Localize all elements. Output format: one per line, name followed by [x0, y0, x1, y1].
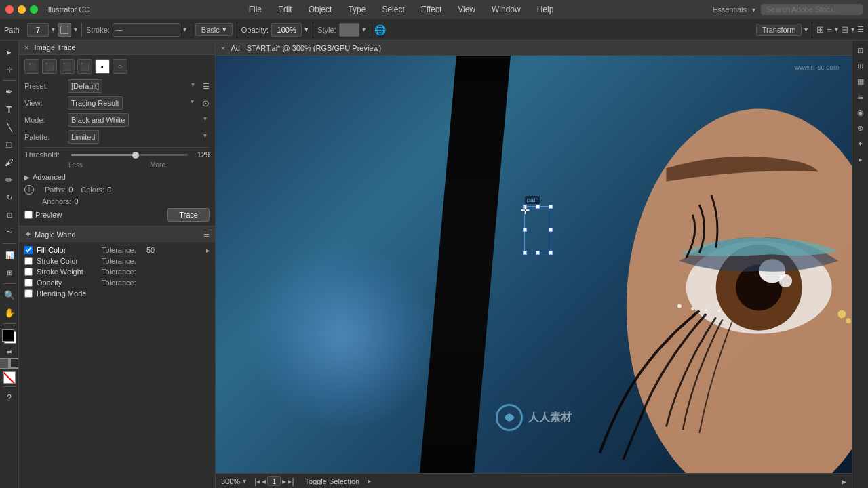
direct-selection-tool[interactable]: ⊹	[1, 61, 18, 77]
trace-grayscale-icon[interactable]: ⬛	[77, 59, 92, 74]
essentials-chevron-icon[interactable]: ▾	[752, 6, 755, 14]
view-select[interactable]: Tracing Result	[68, 96, 123, 110]
maximize-window-button[interactable]	[30, 5, 38, 14]
menu-object[interactable]: Object	[309, 5, 332, 14]
artboard-tool[interactable]: ⊞	[1, 264, 18, 281]
page-number[interactable]: 1	[267, 476, 281, 486]
preview-checkbox[interactable]	[24, 211, 33, 219]
question-mark-tool[interactable]: ?	[1, 390, 18, 406]
play-icon[interactable]: ▸	[368, 476, 372, 485]
minimize-window-button[interactable]	[18, 5, 26, 14]
close-window-button[interactable]	[5, 5, 14, 14]
trace-bw-icon[interactable]: ▪	[95, 59, 110, 74]
grid-view-icon[interactable]: ⊞	[816, 24, 824, 35]
menu-window[interactable]: Window	[492, 5, 521, 14]
trace-low-color-icon[interactable]: ⬛	[60, 59, 75, 74]
swap-colors-icon[interactable]: ⇄	[7, 348, 12, 355]
mode-select[interactable]: Black and White	[68, 113, 129, 127]
zoom-arrow-icon[interactable]: ▾	[243, 477, 246, 485]
fill-tolerance-arrow-icon[interactable]: ▸	[206, 247, 210, 254]
rect-tool[interactable]: □	[1, 136, 18, 152]
line-tool[interactable]: ╲	[1, 119, 18, 135]
menu-type[interactable]: Type	[348, 5, 366, 14]
info-icon[interactable]: i	[24, 185, 34, 195]
list-view-icon[interactable]: ≡	[827, 24, 832, 35]
opacity-input[interactable]	[271, 23, 302, 37]
style-swatch[interactable]	[339, 23, 359, 37]
magic-wand-menu-icon[interactable]: ☰	[203, 230, 210, 238]
threshold-slider-handle[interactable]	[132, 152, 139, 159]
right-panel-7-icon[interactable]: ✦	[854, 137, 867, 150]
fill-icon[interactable]	[0, 358, 9, 369]
nav-start-icon[interactable]: |◂	[254, 476, 260, 486]
right-panel-8-icon[interactable]: ▸	[854, 152, 867, 166]
advanced-row[interactable]: ▶ Advanced	[24, 173, 210, 181]
nav-next-icon[interactable]: ▸	[282, 476, 286, 486]
menu-edit[interactable]: Edit	[278, 5, 292, 14]
fill-color-checkbox[interactable]	[24, 246, 33, 254]
type-tool[interactable]: T	[1, 101, 18, 117]
rotate-tool[interactable]: ↻	[1, 189, 18, 205]
transform-button[interactable]: Transform	[756, 24, 802, 36]
blending-mode-checkbox[interactable]	[24, 289, 33, 298]
palette-select[interactable]: Limited	[68, 130, 99, 144]
right-panel-4-icon[interactable]: ≋	[854, 90, 867, 104]
column-graph-tool[interactable]: 📊	[1, 247, 18, 263]
stroke-color-swatch[interactable]	[58, 23, 71, 37]
arrange-arrow-icon[interactable]: ▾	[851, 26, 854, 33]
stroke-icon[interactable]	[9, 358, 19, 369]
path-arrow-icon[interactable]: ▾	[52, 26, 55, 33]
right-panel-6-icon[interactable]: ⊛	[854, 121, 867, 135]
search-input[interactable]	[761, 4, 863, 15]
right-panel-2-icon[interactable]: ⊞	[854, 59, 867, 73]
stroke-weight-checkbox[interactable]	[24, 268, 33, 276]
threshold-slider[interactable]	[71, 154, 188, 156]
right-panel-3-icon[interactable]: ▦	[854, 75, 867, 88]
trace-button[interactable]: Trace	[167, 208, 210, 222]
image-trace-close-icon[interactable]: ×	[24, 43, 28, 52]
fg-color-swatch[interactable]	[2, 329, 14, 342]
trace-auto-color-icon[interactable]: ⬛	[24, 59, 39, 74]
menu-icon[interactable]: ☰	[857, 25, 864, 34]
warp-tool[interactable]: 〜	[1, 224, 18, 241]
stroke-type-arrow[interactable]: ▾	[183, 26, 186, 33]
path-num[interactable]: 7	[27, 23, 49, 37]
menu-view[interactable]: View	[458, 5, 475, 14]
trace-outline-icon[interactable]: ○	[113, 59, 127, 74]
image-trace-header[interactable]: × Image Trace	[19, 41, 215, 55]
selection-tool[interactable]: ▸	[1, 43, 18, 60]
menu-select[interactable]: Select	[382, 5, 404, 14]
magic-wand-header[interactable]: ✦ Magic Wand ☰	[19, 226, 215, 242]
menu-file[interactable]: File	[249, 5, 262, 14]
trace-high-color-icon[interactable]: ⬛	[42, 59, 57, 74]
nav-end-icon[interactable]: ▸|	[288, 476, 294, 486]
arrange-icon[interactable]: ⊟	[841, 24, 848, 35]
zoom-tool[interactable]: 🔍	[1, 287, 18, 303]
stroke-color-checkbox[interactable]	[24, 257, 33, 265]
scale-tool[interactable]: ⊡	[1, 207, 18, 223]
menu-help[interactable]: Help	[537, 5, 554, 14]
canvas-content[interactable]: path ✛	[216, 56, 852, 473]
transform-arrow-icon[interactable]: ▾	[804, 26, 808, 33]
globe-icon[interactable]: 🌐	[374, 24, 386, 35]
right-panel-1-icon[interactable]: ⊡	[854, 43, 867, 57]
style-arrow-icon[interactable]: ▾	[362, 26, 366, 33]
right-panel-5-icon[interactable]: ◉	[854, 106, 867, 119]
canvas-tab-close-icon[interactable]: ×	[221, 44, 225, 52]
hand-tool[interactable]: ✋	[1, 304, 18, 321]
pencil-tool[interactable]: ✏	[1, 171, 18, 188]
menu-effect[interactable]: Effect	[421, 5, 441, 14]
preset-menu-icon[interactable]: ☰	[203, 82, 210, 91]
view-toggle-icon[interactable]: ⊙	[202, 98, 210, 108]
opacity-checkbox[interactable]	[24, 279, 33, 287]
nav-prev-icon[interactable]: ◂	[262, 476, 266, 486]
preset-select[interactable]: [Default]	[68, 79, 102, 93]
stroke-input[interactable]: —	[113, 23, 180, 37]
stroke-arrow-icon[interactable]: ▾	[74, 26, 77, 33]
pen-tool[interactable]: ✒	[1, 83, 18, 100]
view-arrow-icon[interactable]: ▾	[835, 26, 838, 33]
essentials-label[interactable]: Essentials	[713, 5, 747, 14]
style-select[interactable]: Basic ▾	[195, 23, 233, 36]
none-fill-icon[interactable]	[3, 371, 16, 384]
scroll-right-icon[interactable]: ▸	[842, 476, 846, 487]
